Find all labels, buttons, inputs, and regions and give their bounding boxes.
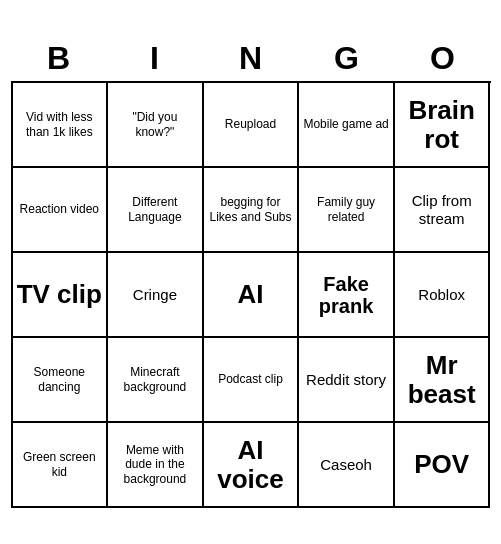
cell-24[interactable]: POV [395, 423, 491, 508]
bingo-card: B I N G O Vid with less than 1k likes "D… [11, 36, 491, 508]
cell-21[interactable]: Meme with dude in the background [108, 423, 204, 508]
cell-6[interactable]: Different Language [108, 168, 204, 253]
cell-5[interactable]: Reaction video [13, 168, 109, 253]
cell-10[interactable]: TV clip [13, 253, 109, 338]
bingo-header: B I N G O [11, 36, 491, 81]
cell-20[interactable]: Green screen kid [13, 423, 109, 508]
cell-15[interactable]: Someone dancing [13, 338, 109, 423]
cell-9[interactable]: Clip from stream [395, 168, 491, 253]
letter-o: O [399, 40, 487, 77]
cell-22[interactable]: AI voice [204, 423, 300, 508]
letter-b: B [15, 40, 103, 77]
cell-19[interactable]: Mr beast [395, 338, 491, 423]
cell-7[interactable]: begging for Likes and Subs [204, 168, 300, 253]
letter-n: N [207, 40, 295, 77]
cell-12[interactable]: AI [204, 253, 300, 338]
cell-3[interactable]: Mobile game ad [299, 83, 395, 168]
letter-i: I [111, 40, 199, 77]
cell-1[interactable]: "Did you know?" [108, 83, 204, 168]
cell-0[interactable]: Vid with less than 1k likes [13, 83, 109, 168]
cell-8[interactable]: Family guy related [299, 168, 395, 253]
cell-4[interactable]: Brain rot [395, 83, 491, 168]
cell-16[interactable]: Minecraft background [108, 338, 204, 423]
letter-g: G [303, 40, 391, 77]
cell-18[interactable]: Reddit story [299, 338, 395, 423]
cell-17[interactable]: Podcast clip [204, 338, 300, 423]
cell-11[interactable]: Cringe [108, 253, 204, 338]
cell-14[interactable]: Roblox [395, 253, 491, 338]
cell-13[interactable]: Fake prank [299, 253, 395, 338]
cell-2[interactable]: Reupload [204, 83, 300, 168]
bingo-grid: Vid with less than 1k likes "Did you kno… [11, 81, 491, 508]
cell-23[interactable]: Caseoh [299, 423, 395, 508]
